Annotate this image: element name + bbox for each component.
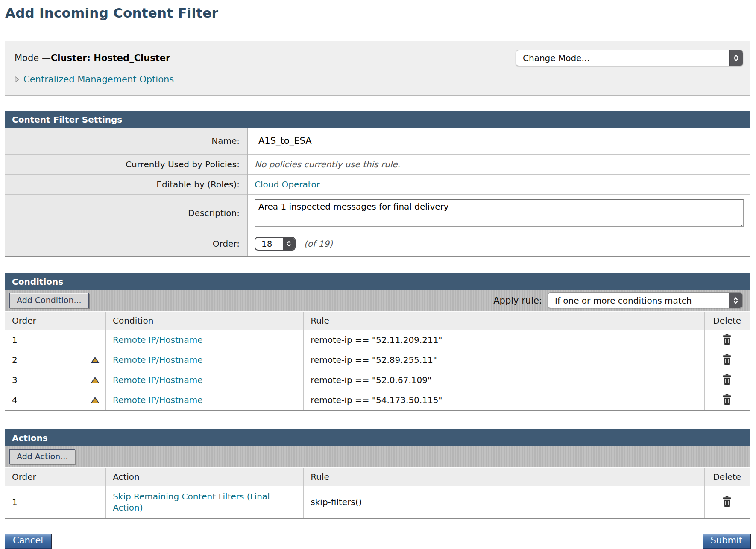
condition-row: 2 Remote IP/Hostname remote-ip == "52.89… [5, 350, 750, 370]
action-rule: skip-filters() [304, 486, 704, 518]
delete-condition-button[interactable] [720, 333, 734, 346]
column-header-rule: Rule [304, 468, 704, 486]
condition-link[interactable]: Remote IP/Hostname [113, 355, 202, 365]
name-input[interactable] [255, 134, 413, 148]
condition-link[interactable]: Remote IP/Hostname [113, 375, 202, 385]
column-header-condition: Condition [106, 312, 304, 330]
conditions-table-header-row: Order Condition Rule Delete [5, 312, 750, 330]
conditions-toolbar: Add Condition... Apply rule: If one or m… [5, 290, 750, 312]
move-up-button[interactable] [91, 357, 100, 363]
action-link[interactable]: Skip Remaining Content Filters (Final Ac… [113, 491, 292, 513]
cloud-operator-link[interactable]: Cloud Operator [255, 179, 320, 190]
condition-order: 4 [12, 395, 18, 405]
add-action-button[interactable]: Add Action... [9, 449, 75, 464]
trash-icon [722, 354, 732, 365]
condition-row: 1 Remote IP/Hostname remote-ip == "52.11… [5, 330, 750, 350]
content-filter-settings-header: Content Filter Settings [5, 111, 750, 128]
move-up-button[interactable] [91, 397, 100, 403]
change-mode-select[interactable]: Change Mode... [516, 50, 743, 66]
move-up-icon [91, 357, 100, 363]
condition-order: 3 [12, 375, 18, 385]
select-stepper-icon [729, 293, 742, 308]
name-label: Name: [211, 136, 240, 146]
move-up-icon [91, 397, 100, 403]
add-condition-button[interactable]: Add Condition... [9, 293, 89, 308]
select-stepper-icon [283, 238, 295, 250]
column-header-action: Action [106, 468, 304, 486]
description-row: Description: Area 1 inspected messages f… [5, 194, 750, 232]
description-textarea[interactable]: Area 1 inspected messages for final deli… [255, 199, 744, 227]
condition-link[interactable]: Remote IP/Hostname [113, 335, 202, 345]
policies-label: Currently Used by Policies: [126, 159, 240, 169]
apply-rule-label: Apply rule: [493, 295, 542, 306]
mode-text: Mode —Cluster: Hosted_Cluster [15, 53, 170, 63]
column-header-order: Order [5, 468, 106, 486]
footer: Cancel Submit [5, 534, 750, 549]
submit-button[interactable]: Submit [703, 534, 751, 549]
condition-order: 1 [12, 335, 18, 345]
action-order: 1 [12, 497, 18, 507]
column-header-delete: Delete [704, 468, 750, 486]
mode-cluster-name: Cluster: Hosted_Cluster [51, 53, 170, 63]
condition-order: 2 [12, 355, 18, 365]
trash-icon [722, 496, 732, 507]
conditions-table: Order Condition Rule Delete 1 Remote IP/… [5, 312, 750, 410]
actions-table: Order Action Rule Delete 1 Skip Remainin… [5, 468, 750, 518]
cancel-button[interactable]: Cancel [5, 534, 51, 549]
apply-rule-select[interactable]: If one or more conditions match [548, 292, 743, 308]
order-row: Order: 18 (of 19) [5, 232, 750, 256]
move-up-icon [91, 377, 100, 383]
name-row: Name: [5, 128, 750, 154]
condition-rule: remote-ip == "54.173.50.115" [304, 390, 704, 410]
order-select[interactable]: 18 [255, 237, 296, 251]
policies-value: No policies currently use this rule. [255, 159, 400, 169]
delete-condition-button[interactable] [720, 353, 734, 366]
centralized-management-options-link[interactable]: Centralized Management Options [23, 74, 174, 85]
column-header-delete: Delete [704, 312, 750, 330]
condition-rule: remote-ip == "52.11.209.211" [304, 330, 704, 350]
roles-label: Editable by (Roles): [156, 179, 240, 190]
column-header-order: Order [5, 312, 106, 330]
delete-condition-button[interactable] [720, 393, 734, 406]
trash-icon [722, 334, 732, 345]
delete-action-button[interactable] [720, 495, 734, 508]
trash-icon [722, 374, 732, 385]
select-stepper-icon [729, 50, 743, 66]
trash-icon [722, 394, 732, 405]
actions-toolbar: Add Action... [5, 446, 750, 468]
order-selected-value: 18 [255, 239, 272, 249]
roles-row: Editable by (Roles): Cloud Operator [5, 174, 750, 194]
expand-right-triangle-icon[interactable] [15, 76, 19, 83]
description-label: Description: [188, 208, 240, 218]
condition-row: 3 Remote IP/Hostname remote-ip == "52.0.… [5, 370, 750, 390]
actions-table-header-row: Order Action Rule Delete [5, 468, 750, 486]
mode-box: Mode —Cluster: Hosted_Cluster Change Mod… [5, 41, 750, 96]
content-filter-settings-panel: Content Filter Settings Name: Currently … [5, 111, 750, 257]
conditions-header: Conditions [5, 273, 750, 290]
actions-panel: Actions Add Action... Order Action Rule … [5, 429, 750, 519]
actions-header: Actions [5, 429, 750, 446]
condition-link[interactable]: Remote IP/Hostname [113, 395, 202, 405]
condition-rule: remote-ip == "52.0.67.109" [304, 370, 704, 390]
apply-rule-selected-option: If one or more conditions match [548, 295, 692, 306]
move-up-button[interactable] [91, 377, 100, 383]
condition-rule: remote-ip == "52.89.255.11" [304, 350, 704, 370]
change-mode-selected-option: Change Mode... [516, 53, 590, 63]
order-total: (of 19) [304, 239, 333, 249]
condition-row: 4 Remote IP/Hostname remote-ip == "54.17… [5, 390, 750, 410]
policies-row: Currently Used by Policies: No policies … [5, 154, 750, 174]
column-header-rule: Rule [304, 312, 704, 330]
page: Add Incoming Content Filter Mode —Cluste… [0, 4, 756, 549]
order-label: Order: [213, 239, 240, 249]
action-row: 1 Skip Remaining Content Filters (Final … [5, 486, 750, 518]
page-title: Add Incoming Content Filter [5, 4, 756, 21]
delete-condition-button[interactable] [720, 373, 734, 386]
conditions-panel: Conditions Add Condition... Apply rule: … [5, 273, 750, 411]
mode-label: Mode — [15, 53, 51, 63]
